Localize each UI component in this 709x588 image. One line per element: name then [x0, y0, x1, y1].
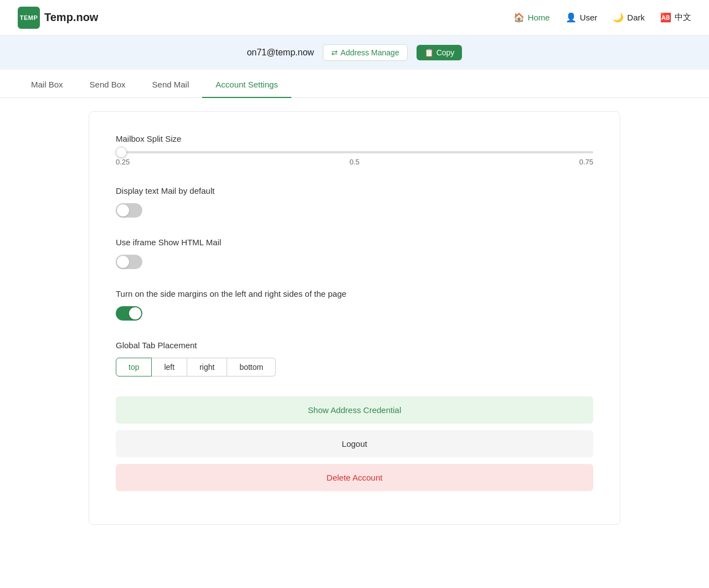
navbar: TEMP Temp.now 🏠 Home 👤 User 🌙 Dark 🆎 中文: [0, 0, 709, 35]
use-iframe-label: Use iframe Show HTML Mail: [116, 238, 593, 247]
side-margins-toggle-knob: [129, 307, 141, 319]
nav-user[interactable]: 👤 User: [566, 12, 598, 23]
brand-logo: TEMP: [18, 7, 40, 29]
tab-placement-options: top left right bottom: [116, 358, 593, 376]
tab-sendbox[interactable]: Send Box: [76, 72, 139, 98]
nav-home[interactable]: 🏠 Home: [513, 12, 550, 23]
placement-left[interactable]: left: [152, 358, 187, 376]
slider-thumb[interactable]: [116, 147, 127, 158]
account-settings-panel: Mailbox Split Size 0.25 0.5 0.75 Display…: [89, 111, 620, 525]
copy-button[interactable]: 📋 Copy: [417, 45, 463, 60]
brand[interactable]: TEMP Temp.now: [18, 7, 98, 29]
nav-lang[interactable]: 🆎 中文: [660, 12, 691, 23]
manage-label: Address Manage: [341, 48, 399, 57]
nav-home-label: Home: [528, 13, 550, 22]
mailbox-split-slider[interactable]: 0.25 0.5 0.75: [116, 151, 593, 166]
delete-account-button[interactable]: Delete Account: [116, 464, 593, 491]
nav-dark[interactable]: 🌙 Dark: [613, 12, 645, 23]
actions-section: Show Address Credential Logout Delete Ac…: [116, 396, 593, 498]
copy-label: Copy: [436, 48, 455, 57]
display-text-toggle-wrapper: [116, 203, 593, 218]
global-tab-placement-section: Global Tab Placement top left right bott…: [116, 341, 593, 376]
display-text-label: Display text Mail by default: [116, 186, 593, 195]
use-iframe-toggle-wrapper: [116, 255, 593, 269]
lang-icon: 🆎: [660, 12, 671, 23]
show-credential-button[interactable]: Show Address Credential: [116, 396, 593, 424]
user-icon: 👤: [566, 12, 577, 23]
home-icon: 🏠: [513, 12, 525, 23]
email-bar: on71@temp.now ⇄ Address Manage 📋 Copy: [0, 35, 709, 70]
slider-label-mid: 0.5: [350, 158, 359, 166]
slider-track: [116, 151, 593, 153]
copy-icon: 📋: [424, 48, 434, 57]
side-margins-section: Turn on the side margins on the left and…: [116, 289, 593, 321]
placement-right[interactable]: right: [187, 358, 227, 376]
global-tab-placement-label: Global Tab Placement: [116, 341, 593, 350]
tab-account-settings[interactable]: Account Settings: [202, 72, 291, 98]
nav-lang-label: 中文: [675, 12, 691, 23]
email-address: on71@temp.now: [247, 48, 314, 58]
display-text-mail-section: Display text Mail by default: [116, 186, 593, 218]
logout-button[interactable]: Logout: [116, 430, 593, 457]
tabs: Mail Box Send Box Send Mail Account Sett…: [0, 72, 709, 98]
display-text-toggle[interactable]: [116, 203, 142, 218]
slider-label-max: 0.75: [579, 158, 593, 166]
placement-bottom[interactable]: bottom: [227, 358, 276, 376]
use-iframe-section: Use iframe Show HTML Mail: [116, 238, 593, 269]
side-margins-toggle[interactable]: [116, 306, 142, 321]
display-text-toggle-knob: [117, 204, 129, 216]
mailbox-split-label: Mailbox Split Size: [116, 134, 593, 143]
nav-dark-label: Dark: [627, 13, 645, 22]
tab-mailbox[interactable]: Mail Box: [18, 72, 76, 98]
manage-icon: ⇄: [331, 48, 338, 57]
use-iframe-toggle-knob: [117, 256, 129, 268]
side-margins-toggle-wrapper: [116, 306, 593, 321]
address-manage-button[interactable]: ⇄ Address Manage: [323, 44, 408, 61]
nav-user-label: User: [580, 13, 598, 22]
slider-label-min: 0.25: [116, 158, 130, 166]
slider-labels: 0.25 0.5 0.75: [116, 158, 593, 166]
dark-icon: 🌙: [613, 12, 624, 23]
placement-top[interactable]: top: [116, 358, 152, 376]
brand-name: Temp.now: [44, 11, 98, 24]
mailbox-split-size-section: Mailbox Split Size 0.25 0.5 0.75: [116, 134, 593, 166]
navbar-links: 🏠 Home 👤 User 🌙 Dark 🆎 中文: [513, 12, 691, 23]
tab-sendmail[interactable]: Send Mail: [139, 72, 203, 98]
use-iframe-toggle[interactable]: [116, 255, 142, 269]
side-margins-label: Turn on the side margins on the left and…: [116, 289, 593, 298]
